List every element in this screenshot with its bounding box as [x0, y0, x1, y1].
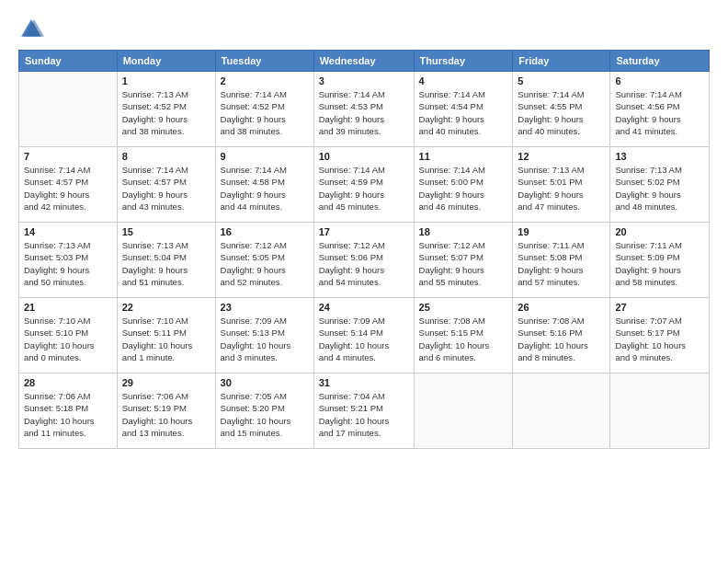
calendar-cell: 6Sunrise: 7:14 AM Sunset: 4:56 PM Daylig… — [610, 72, 710, 147]
day-number: 31 — [319, 377, 409, 388]
day-info: Sunrise: 7:13 AM Sunset: 5:02 PM Dayligh… — [615, 164, 704, 213]
day-info: Sunrise: 7:14 AM Sunset: 4:57 PM Dayligh… — [24, 164, 112, 213]
calendar-cell: 11Sunrise: 7:14 AM Sunset: 5:00 PM Dayli… — [414, 147, 513, 223]
day-info: Sunrise: 7:12 AM Sunset: 5:05 PM Dayligh… — [221, 239, 309, 288]
day-number: 20 — [615, 226, 704, 237]
day-number: 14 — [24, 226, 112, 237]
logo — [18, 17, 50, 42]
day-number: 28 — [24, 377, 112, 388]
calendar-cell: 1Sunrise: 7:13 AM Sunset: 4:52 PM Daylig… — [117, 72, 215, 147]
day-info: Sunrise: 7:08 AM Sunset: 5:15 PM Dayligh… — [419, 315, 508, 363]
day-info: Sunrise: 7:13 AM Sunset: 5:04 PM Dayligh… — [122, 239, 210, 288]
calendar-cell: 13Sunrise: 7:13 AM Sunset: 5:02 PM Dayli… — [610, 147, 710, 223]
calendar-cell: 22Sunrise: 7:10 AM Sunset: 5:11 PM Dayli… — [117, 298, 215, 373]
day-info: Sunrise: 7:13 AM Sunset: 5:01 PM Dayligh… — [518, 164, 605, 213]
calendar-cell: 18Sunrise: 7:12 AM Sunset: 5:07 PM Dayli… — [414, 223, 513, 298]
day-info: Sunrise: 7:11 AM Sunset: 5:09 PM Dayligh… — [615, 239, 704, 288]
day-info: Sunrise: 7:04 AM Sunset: 5:21 PM Dayligh… — [319, 390, 409, 439]
calendar-cell: 28Sunrise: 7:06 AM Sunset: 5:18 PM Dayli… — [19, 373, 118, 449]
day-number: 15 — [122, 226, 210, 237]
calendar-cell: 25Sunrise: 7:08 AM Sunset: 5:15 PM Dayli… — [414, 298, 513, 373]
day-number: 12 — [518, 151, 605, 162]
calendar-cell — [414, 373, 513, 449]
calendar-cell: 4Sunrise: 7:14 AM Sunset: 4:54 PM Daylig… — [414, 72, 513, 147]
calendar-cell: 12Sunrise: 7:13 AM Sunset: 5:01 PM Dayli… — [513, 147, 610, 223]
calendar-cell: 19Sunrise: 7:11 AM Sunset: 5:08 PM Dayli… — [513, 223, 610, 298]
header-day: Tuesday — [215, 51, 313, 72]
day-info: Sunrise: 7:07 AM Sunset: 5:17 PM Dayligh… — [615, 315, 704, 363]
calendar-cell: 14Sunrise: 7:13 AM Sunset: 5:03 PM Dayli… — [19, 223, 118, 298]
week-row: 7Sunrise: 7:14 AM Sunset: 4:57 PM Daylig… — [19, 147, 710, 223]
day-info: Sunrise: 7:14 AM Sunset: 4:56 PM Dayligh… — [615, 88, 704, 137]
day-info: Sunrise: 7:11 AM Sunset: 5:08 PM Dayligh… — [518, 239, 605, 288]
day-number: 27 — [615, 302, 704, 313]
day-info: Sunrise: 7:06 AM Sunset: 5:18 PM Dayligh… — [24, 390, 112, 439]
day-number: 16 — [221, 226, 309, 237]
day-info: Sunrise: 7:10 AM Sunset: 5:11 PM Dayligh… — [122, 315, 210, 363]
calendar-cell: 21Sunrise: 7:10 AM Sunset: 5:10 PM Dayli… — [19, 298, 118, 373]
day-info: Sunrise: 7:14 AM Sunset: 4:53 PM Dayligh… — [319, 88, 409, 137]
calendar-cell — [513, 373, 610, 449]
day-number: 30 — [221, 377, 309, 388]
day-info: Sunrise: 7:12 AM Sunset: 5:06 PM Dayligh… — [319, 239, 409, 288]
day-number: 5 — [518, 75, 605, 86]
calendar-cell: 3Sunrise: 7:14 AM Sunset: 4:53 PM Daylig… — [313, 72, 414, 147]
day-number: 22 — [122, 302, 210, 313]
week-row: 14Sunrise: 7:13 AM Sunset: 5:03 PM Dayli… — [19, 223, 710, 298]
day-info: Sunrise: 7:13 AM Sunset: 5:03 PM Dayligh… — [24, 239, 112, 288]
day-number: 13 — [615, 151, 704, 162]
header-day: Sunday — [19, 51, 118, 72]
calendar-cell: 31Sunrise: 7:04 AM Sunset: 5:21 PM Dayli… — [313, 373, 414, 449]
calendar-cell: 16Sunrise: 7:12 AM Sunset: 5:05 PM Dayli… — [215, 223, 313, 298]
day-info: Sunrise: 7:10 AM Sunset: 5:10 PM Dayligh… — [24, 315, 112, 363]
logo-icon — [18, 17, 44, 42]
day-info: Sunrise: 7:14 AM Sunset: 4:59 PM Dayligh… — [319, 164, 409, 213]
day-info: Sunrise: 7:14 AM Sunset: 4:52 PM Dayligh… — [221, 88, 309, 137]
day-number: 26 — [518, 302, 605, 313]
day-number: 1 — [122, 75, 210, 86]
day-number: 7 — [24, 151, 112, 162]
day-number: 2 — [221, 75, 309, 86]
day-number: 9 — [221, 151, 309, 162]
calendar-cell: 2Sunrise: 7:14 AM Sunset: 4:52 PM Daylig… — [215, 72, 313, 147]
header-day: Monday — [117, 51, 215, 72]
header — [18, 17, 710, 42]
day-info: Sunrise: 7:12 AM Sunset: 5:07 PM Dayligh… — [419, 239, 508, 288]
day-number: 8 — [122, 151, 210, 162]
day-info: Sunrise: 7:14 AM Sunset: 4:58 PM Dayligh… — [221, 164, 309, 213]
day-number: 6 — [615, 75, 704, 86]
calendar-cell: 26Sunrise: 7:08 AM Sunset: 5:16 PM Dayli… — [513, 298, 610, 373]
day-number: 3 — [319, 75, 409, 86]
week-row: 28Sunrise: 7:06 AM Sunset: 5:18 PM Dayli… — [19, 373, 710, 449]
week-row: 21Sunrise: 7:10 AM Sunset: 5:10 PM Dayli… — [19, 298, 710, 373]
day-info: Sunrise: 7:14 AM Sunset: 4:57 PM Dayligh… — [122, 164, 210, 213]
day-number: 23 — [221, 302, 309, 313]
calendar-cell — [610, 373, 710, 449]
day-number: 19 — [518, 226, 605, 237]
calendar-cell: 17Sunrise: 7:12 AM Sunset: 5:06 PM Dayli… — [313, 223, 414, 298]
calendar-cell: 23Sunrise: 7:09 AM Sunset: 5:13 PM Dayli… — [215, 298, 313, 373]
day-info: Sunrise: 7:08 AM Sunset: 5:16 PM Dayligh… — [518, 315, 605, 363]
week-row: 1Sunrise: 7:13 AM Sunset: 4:52 PM Daylig… — [19, 72, 710, 147]
calendar-cell: 10Sunrise: 7:14 AM Sunset: 4:59 PM Dayli… — [313, 147, 414, 223]
day-number: 29 — [122, 377, 210, 388]
day-number: 17 — [319, 226, 409, 237]
day-number: 18 — [419, 226, 508, 237]
day-info: Sunrise: 7:09 AM Sunset: 5:13 PM Dayligh… — [221, 315, 309, 363]
header-day: Thursday — [414, 51, 513, 72]
day-info: Sunrise: 7:14 AM Sunset: 4:54 PM Dayligh… — [419, 88, 508, 137]
day-info: Sunrise: 7:05 AM Sunset: 5:20 PM Dayligh… — [221, 390, 309, 439]
header-day: Saturday — [610, 51, 710, 72]
calendar-cell: 8Sunrise: 7:14 AM Sunset: 4:57 PM Daylig… — [117, 147, 215, 223]
day-info: Sunrise: 7:09 AM Sunset: 5:14 PM Dayligh… — [319, 315, 409, 363]
calendar-cell: 9Sunrise: 7:14 AM Sunset: 4:58 PM Daylig… — [215, 147, 313, 223]
day-info: Sunrise: 7:06 AM Sunset: 5:19 PM Dayligh… — [122, 390, 210, 439]
calendar-cell: 5Sunrise: 7:14 AM Sunset: 4:55 PM Daylig… — [513, 72, 610, 147]
day-info: Sunrise: 7:14 AM Sunset: 4:55 PM Dayligh… — [518, 88, 605, 137]
day-info: Sunrise: 7:13 AM Sunset: 4:52 PM Dayligh… — [122, 88, 210, 137]
calendar-cell: 15Sunrise: 7:13 AM Sunset: 5:04 PM Dayli… — [117, 223, 215, 298]
day-number: 10 — [319, 151, 409, 162]
calendar-cell: 30Sunrise: 7:05 AM Sunset: 5:20 PM Dayli… — [215, 373, 313, 449]
header-row: SundayMondayTuesdayWednesdayThursdayFrid… — [19, 51, 710, 72]
header-day: Friday — [513, 51, 610, 72]
